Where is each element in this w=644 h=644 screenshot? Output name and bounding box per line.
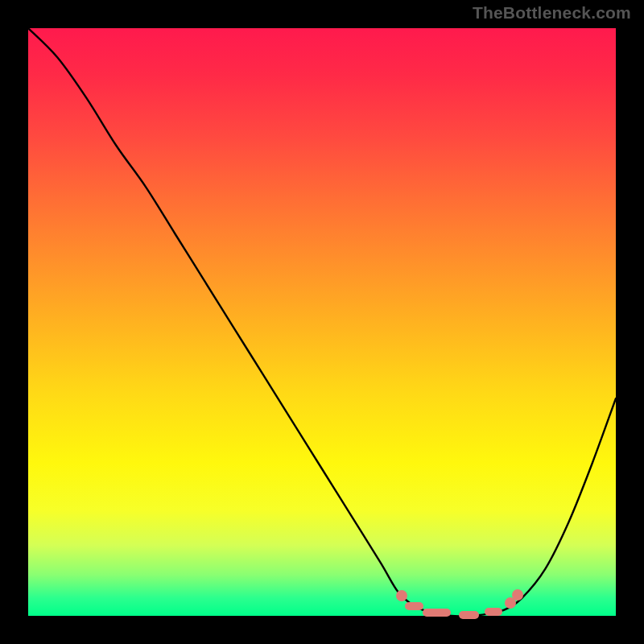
curve-marker-bar	[423, 609, 451, 617]
chart-plot-area	[28, 28, 616, 616]
curve-marker-dot	[512, 589, 523, 601]
attribution-text: TheBottleneck.com	[473, 3, 631, 23]
curve-marker-bar	[485, 608, 502, 616]
curve-marker-dot	[396, 590, 407, 601]
curve-marker-bar	[459, 611, 480, 619]
curve-marker-bar	[405, 602, 423, 610]
curve-markers-group	[28, 28, 616, 616]
